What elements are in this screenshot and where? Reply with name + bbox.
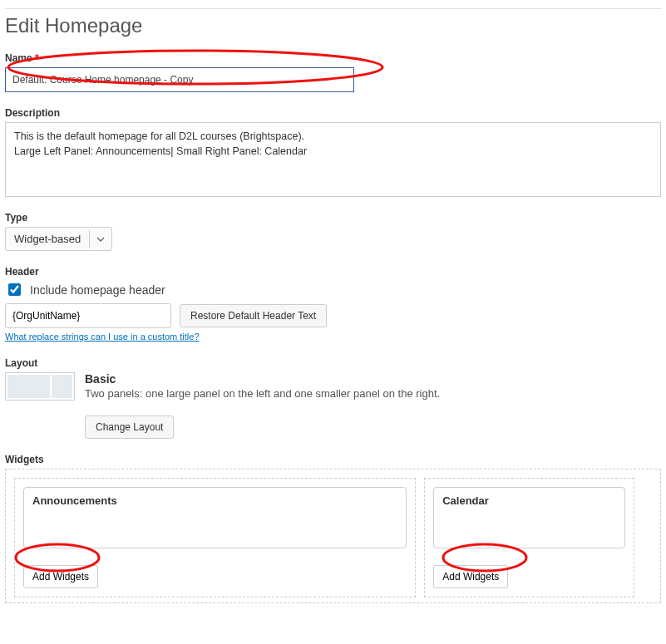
add-widgets-left-button[interactable]: Add Widgets — [23, 565, 98, 588]
widgets-container: Announcements Add Widgets Calendar Add W… — [5, 469, 661, 603]
description-section: Description This is the default homepage… — [5, 107, 661, 197]
name-section: Name * — [5, 52, 661, 92]
include-header-label: Include homepage header — [30, 283, 165, 297]
layout-name: Basic — [85, 372, 440, 386]
widgets-right-panel: Calendar Add Widgets — [424, 478, 634, 597]
name-input[interactable] — [5, 67, 354, 92]
header-label: Header — [5, 266, 661, 278]
required-marker: * — [35, 52, 39, 64]
type-dropdown[interactable]: Widget-based — [5, 227, 112, 251]
layout-section: Layout Basic Two panels: one large panel… — [5, 357, 661, 439]
restore-header-button[interactable]: Restore Default Header Text — [180, 304, 327, 327]
replace-strings-help-link[interactable]: What replace strings can I use in a cust… — [5, 332, 200, 342]
header-title-input[interactable] — [5, 303, 171, 328]
page-title: Edit Homepage — [5, 14, 661, 37]
name-label-text: Name — [5, 52, 32, 64]
change-layout-button[interactable]: Change Layout — [85, 415, 174, 439]
description-label: Description — [5, 107, 661, 119]
type-section: Type Widget-based — [5, 212, 661, 251]
widget-calendar[interactable]: Calendar — [433, 487, 625, 548]
layout-description: Two panels: one large panel on the left … — [85, 387, 440, 400]
widgets-left-panel: Announcements Add Widgets — [14, 478, 416, 597]
layout-label: Layout — [5, 357, 661, 369]
type-selected: Widget-based — [6, 228, 89, 250]
add-widgets-right-button[interactable]: Add Widgets — [433, 565, 508, 588]
widget-announcements[interactable]: Announcements — [23, 487, 407, 548]
widgets-section: Widgets Announcements Add Widgets Calend… — [5, 454, 661, 603]
header-section: Header Include homepage header Restore D… — [5, 266, 661, 342]
include-header-checkbox[interactable] — [8, 283, 21, 296]
name-label: Name * — [5, 52, 661, 64]
chevron-down-icon — [89, 230, 111, 248]
description-textarea[interactable]: This is the default homepage for all D2L… — [5, 122, 661, 197]
widgets-label: Widgets — [5, 454, 661, 465]
type-label: Type — [5, 212, 661, 224]
layout-thumbnail — [5, 372, 75, 401]
